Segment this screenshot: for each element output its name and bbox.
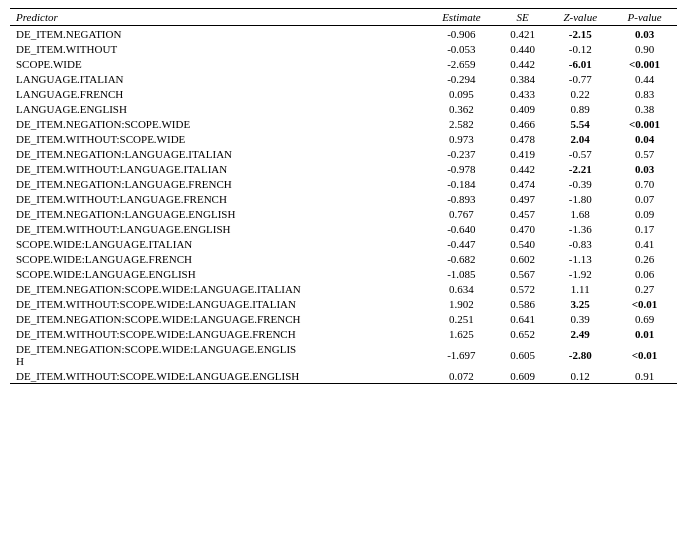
estimate-cell: 0.095 [426,86,497,101]
pvalue-cell: 0.70 [612,176,677,191]
se-cell: 0.421 [497,26,549,42]
predictor-cell: DE_ITEM.NEGATION:LANGUAGE.ENGLISH [10,206,426,221]
zvalue-cell: 1.68 [548,206,612,221]
se-cell: 0.586 [497,296,549,311]
pvalue-cell: <0.001 [612,116,677,131]
estimate-cell: -1.085 [426,266,497,281]
se-cell: 0.497 [497,191,549,206]
se-cell: 0.540 [497,236,549,251]
zvalue-cell: -0.83 [548,236,612,251]
zvalue-cell: 0.39 [548,311,612,326]
zvalue-cell: 3.25 [548,296,612,311]
table-row: DE_ITEM.NEGATION:SCOPE.WIDE2.5820.4665.5… [10,116,677,131]
table-row: DE_ITEM.NEGATION:LANGUAGE.ENGLISH0.7670.… [10,206,677,221]
zvalue-cell: -6.01 [548,56,612,71]
table-row: LANGUAGE.FRENCH0.0950.4330.220.83 [10,86,677,101]
regression-table: Predictor Estimate SE Z-value P-value DE… [10,8,677,384]
table-row: DE_ITEM.NEGATION-0.9060.421-2.150.03 [10,26,677,42]
zvalue-cell: -0.57 [548,146,612,161]
pvalue-cell: 0.44 [612,71,677,86]
zvalue-cell: 0.12 [548,368,612,384]
pvalue-cell: 0.69 [612,311,677,326]
predictor-cell: DE_ITEM.NEGATION:SCOPE.WIDE [10,116,426,131]
predictor-cell: LANGUAGE.ENGLISH [10,101,426,116]
estimate-cell: 0.072 [426,368,497,384]
se-cell: 0.572 [497,281,549,296]
pvalue-cell: 0.27 [612,281,677,296]
table-row: DE_ITEM.NEGATION:SCOPE.WIDE:LANGUAGE.ENG… [10,341,677,368]
predictor-cell: DE_ITEM.WITHOUT [10,41,426,56]
pvalue-cell: 0.09 [612,206,677,221]
pvalue-cell: 0.17 [612,221,677,236]
predictor-cell: DE_ITEM.NEGATION:LANGUAGE.ITALIAN [10,146,426,161]
pvalue-cell: 0.57 [612,146,677,161]
zvalue-cell: -0.12 [548,41,612,56]
table-row: LANGUAGE.ENGLISH0.3620.4090.890.38 [10,101,677,116]
zvalue-cell: 0.22 [548,86,612,101]
predictor-cell: LANGUAGE.ITALIAN [10,71,426,86]
se-cell: 0.474 [497,176,549,191]
se-cell: 0.419 [497,146,549,161]
se-cell: 0.440 [497,41,549,56]
pvalue-cell: 0.41 [612,236,677,251]
pvalue-cell: 0.07 [612,191,677,206]
predictor-cell: SCOPE.WIDE:LANGUAGE.ENGLISH [10,266,426,281]
table-row: DE_ITEM.WITHOUT:LANGUAGE.ENGLISH-0.6400.… [10,221,677,236]
table-row: DE_ITEM.WITHOUT:SCOPE.WIDE0.9730.4782.04… [10,131,677,146]
col-header-pvalue: P-value [612,9,677,26]
predictor-cell: DE_ITEM.WITHOUT:SCOPE.WIDE:LANGUAGE.ENGL… [10,368,426,384]
predictor-cell: DE_ITEM.WITHOUT:SCOPE.WIDE:LANGUAGE.ITAL… [10,296,426,311]
predictor-cell: DE_ITEM.WITHOUT:SCOPE.WIDE:LANGUAGE.FREN… [10,326,426,341]
estimate-cell: -0.184 [426,176,497,191]
pvalue-cell: 0.03 [612,26,677,42]
col-header-estimate: Estimate [426,9,497,26]
se-cell: 0.478 [497,131,549,146]
estimate-cell: 2.582 [426,116,497,131]
pvalue-cell: <0.01 [612,341,677,368]
estimate-cell: 0.973 [426,131,497,146]
pvalue-cell: 0.83 [612,86,677,101]
estimate-cell: 0.251 [426,311,497,326]
pvalue-cell: 0.06 [612,266,677,281]
predictor-cell: SCOPE.WIDE:LANGUAGE.ITALIAN [10,236,426,251]
pvalue-cell: <0.001 [612,56,677,71]
zvalue-cell: -0.77 [548,71,612,86]
pvalue-cell: 0.03 [612,161,677,176]
zvalue-cell: 5.54 [548,116,612,131]
se-cell: 0.466 [497,116,549,131]
zvalue-cell: -2.80 [548,341,612,368]
table-row: DE_ITEM.NEGATION:SCOPE.WIDE:LANGUAGE.FRE… [10,311,677,326]
se-cell: 0.470 [497,221,549,236]
predictor-cell: DE_ITEM.WITHOUT:LANGUAGE.ITALIAN [10,161,426,176]
se-cell: 0.605 [497,341,549,368]
estimate-cell: -1.697 [426,341,497,368]
pvalue-cell: 0.91 [612,368,677,384]
col-header-predictor: Predictor [10,9,426,26]
table-row: DE_ITEM.WITHOUT:SCOPE.WIDE:LANGUAGE.FREN… [10,326,677,341]
estimate-cell: -0.237 [426,146,497,161]
table-row: LANGUAGE.ITALIAN-0.2940.384-0.770.44 [10,71,677,86]
table-row: DE_ITEM.WITHOUT-0.0530.440-0.120.90 [10,41,677,56]
table-row: SCOPE.WIDE:LANGUAGE.FRENCH-0.6820.602-1.… [10,251,677,266]
table-container: Predictor Estimate SE Z-value P-value DE… [0,0,687,392]
se-cell: 0.641 [497,311,549,326]
se-cell: 0.442 [497,56,549,71]
estimate-cell: -0.294 [426,71,497,86]
estimate-cell: 0.767 [426,206,497,221]
se-cell: 0.457 [497,206,549,221]
estimate-cell: -0.893 [426,191,497,206]
table-row: DE_ITEM.WITHOUT:LANGUAGE.FRENCH-0.8930.4… [10,191,677,206]
estimate-cell: -0.978 [426,161,497,176]
zvalue-cell: -1.36 [548,221,612,236]
zvalue-cell: -2.21 [548,161,612,176]
col-header-zvalue: Z-value [548,9,612,26]
table-row: SCOPE.WIDE:LANGUAGE.ENGLISH-1.0850.567-1… [10,266,677,281]
pvalue-cell: 0.38 [612,101,677,116]
pvalue-cell: 0.90 [612,41,677,56]
predictor-cell: LANGUAGE.FRENCH [10,86,426,101]
table-header-row: Predictor Estimate SE Z-value P-value [10,9,677,26]
pvalue-cell: <0.01 [612,296,677,311]
pvalue-cell: 0.04 [612,131,677,146]
table-row: SCOPE.WIDE:LANGUAGE.ITALIAN-0.4470.540-0… [10,236,677,251]
se-cell: 0.384 [497,71,549,86]
